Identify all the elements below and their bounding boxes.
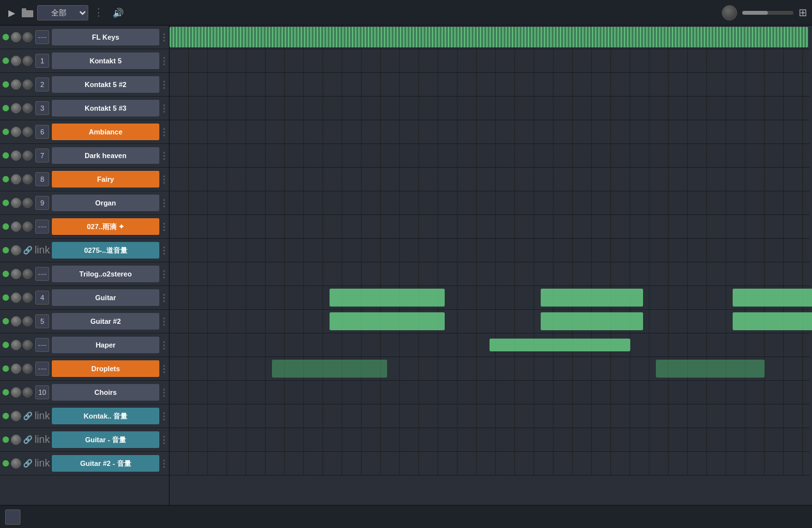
track-drag-handle[interactable] [161,246,166,255]
track-row[interactable]: ---Droplets [0,357,169,381]
track-name-button[interactable]: Kontakt 5 #2 [52,76,159,93]
sequence-area[interactable] [170,26,812,505]
track-row[interactable]: 5Guitar #2 [0,310,169,333]
track-row[interactable]: ---Haper [0,333,169,357]
track-row[interactable]: 7Dark heaven [0,144,169,168]
track-volume-knob[interactable] [11,103,21,113]
track-name-button[interactable]: Guitar #2 - 音量 [52,455,159,472]
track-led[interactable] [3,318,9,324]
track-led[interactable] [3,58,9,64]
category-dropdown[interactable]: 全部 [37,5,88,20]
track-volume-knob[interactable] [11,221,21,232]
track-name-button[interactable]: Guitar [52,289,159,306]
track-pan-knob[interactable] [22,56,33,66]
track-name-button[interactable]: FL Keys [52,29,159,45]
track-pan-knob[interactable] [22,32,33,42]
track-row[interactable]: 4Guitar [0,286,169,310]
track-drag-handle[interactable] [161,270,166,278]
track-pan-knob[interactable] [22,174,33,184]
track-led[interactable] [3,294,9,301]
track-name-button[interactable]: Kontak.. 音量 [52,408,159,424]
track-row[interactable]: 9Organ [0,191,169,215]
track-name-button[interactable]: Haper [52,337,159,353]
sequence-row[interactable] [170,97,809,120]
track-volume-knob[interactable] [11,435,21,445]
sequence-row[interactable] [170,357,809,381]
track-volume-knob[interactable] [11,79,21,90]
track-led[interactable] [3,34,9,40]
add-track-button[interactable] [5,509,20,525]
track-name-button[interactable]: Fairy [52,171,159,188]
swing-knob[interactable] [722,5,737,20]
track-row[interactable]: ---FL Keys [0,26,169,49]
track-pan-knob[interactable] [22,221,33,232]
track-volume-knob[interactable] [11,174,21,184]
track-drag-handle[interactable] [161,223,166,231]
track-name-button[interactable]: Kontakt 5 #3 [52,100,159,116]
sequence-row[interactable] [170,120,809,144]
track-drag-handle[interactable] [161,81,166,89]
track-volume-knob[interactable] [11,56,21,66]
track-pan-knob[interactable] [22,387,33,397]
sequence-row[interactable] [170,262,809,286]
track-drag-handle[interactable] [161,365,166,373]
track-name-button[interactable]: Guitar #2 [52,313,159,330]
track-led[interactable] [3,129,9,135]
sequence-row[interactable] [170,404,809,428]
track-volume-knob[interactable] [11,340,21,350]
track-drag-handle[interactable] [161,152,166,160]
track-led[interactable] [3,271,9,277]
track-volume-knob[interactable] [11,458,21,468]
track-drag-handle[interactable] [161,341,166,349]
track-pan-knob[interactable] [22,198,33,208]
track-row[interactable]: 6Ambiance [0,120,169,144]
track-name-button[interactable]: Kontakt 5 [52,52,159,69]
track-name-button[interactable]: Ambiance [52,124,159,140]
sequence-row[interactable] [170,381,809,404]
track-name-button[interactable]: Guitar - 音量 [52,431,159,448]
track-row[interactable]: 1Kontakt 5 [0,49,169,73]
sequence-row[interactable] [170,428,809,452]
track-drag-handle[interactable] [161,388,166,397]
track-led[interactable] [3,365,9,372]
track-volume-knob[interactable] [11,198,21,208]
track-row[interactable]: 8Fairy [0,168,169,191]
track-row[interactable]: 🔗linkGuitar - 音量 [0,428,169,452]
sequence-row[interactable] [170,215,809,239]
track-pan-knob[interactable] [22,269,33,279]
sequence-row[interactable] [170,286,809,310]
track-led[interactable] [3,460,9,467]
track-name-button[interactable]: 027..雨滴 ✦ [52,218,159,235]
track-led[interactable] [3,81,9,88]
track-name-button[interactable]: Droplets [52,360,159,377]
track-name-button[interactable]: Choirs [52,384,159,401]
sequence-row[interactable] [170,191,809,215]
sequence-row[interactable] [170,333,809,357]
track-drag-handle[interactable] [161,436,166,444]
track-volume-knob[interactable] [11,316,21,326]
track-pan-knob[interactable] [22,79,33,90]
track-drag-handle[interactable] [161,460,166,468]
track-drag-handle[interactable] [161,199,166,207]
play-button[interactable]: ▶ [5,6,18,19]
track-row[interactable]: ---Trilog..o2stereo [0,262,169,286]
track-row[interactable]: 10Choirs [0,381,169,404]
track-name-button[interactable]: 0275-..道音量 [52,242,159,259]
track-name-button[interactable]: Trilog..o2stereo [52,266,159,282]
track-drag-handle[interactable] [161,412,166,420]
track-pan-knob[interactable] [22,150,33,161]
track-volume-knob[interactable] [11,292,21,303]
track-volume-knob[interactable] [11,127,21,137]
track-name-button[interactable]: Dark heaven [52,147,159,164]
track-volume-knob[interactable] [11,269,21,279]
sequence-row[interactable] [170,26,809,49]
sequence-row[interactable] [170,73,809,97]
track-pan-knob[interactable] [22,103,33,113]
track-drag-handle[interactable] [161,175,166,184]
sequence-row[interactable] [170,144,809,168]
track-pan-knob[interactable] [22,316,33,326]
track-row[interactable]: 🔗linkKontak.. 音量 [0,404,169,428]
track-row[interactable]: 3Kontakt 5 #3 [0,97,169,120]
sequence-row[interactable] [170,452,809,476]
sequence-row[interactable] [170,239,809,262]
